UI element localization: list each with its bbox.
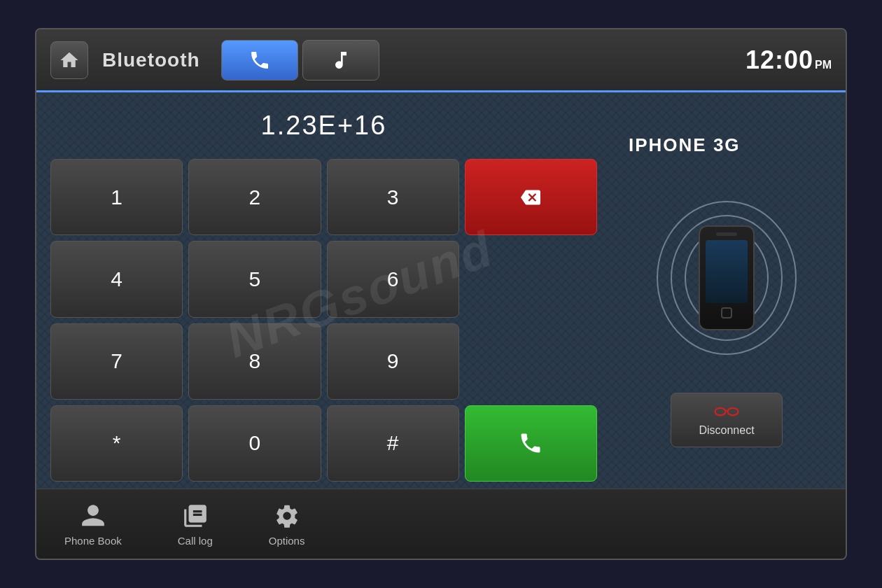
home-icon: [59, 50, 80, 71]
key-4[interactable]: 4: [50, 241, 183, 317]
calllog-icon-container: [181, 501, 210, 531]
key-6[interactable]: 6: [327, 241, 459, 317]
page-title: Bluetooth: [102, 49, 200, 71]
key-9[interactable]: 9: [327, 323, 459, 400]
key-call[interactable]: [465, 405, 597, 482]
svg-point-0: [715, 407, 726, 415]
key-empty: [465, 241, 597, 317]
options-icon: [274, 503, 300, 529]
bottom-item-phonebook[interactable]: Phone Book: [64, 501, 122, 547]
key-backspace[interactable]: [465, 159, 597, 235]
call-icon: [518, 430, 543, 456]
main-screen: NRGsound Bluetooth 12:00 PM: [35, 28, 847, 560]
keypad-grid: 1 2 3 4 5 6 7 8 9 * 0: [50, 159, 597, 482]
backspace-icon: [518, 188, 543, 207]
device-area: IPHONE 3G: [608, 92, 846, 489]
options-icon-container: [272, 501, 302, 531]
key-empty2: [465, 323, 597, 400]
disconnect-button[interactable]: Disconnect: [671, 393, 783, 447]
disconnect-label: Disconnect: [699, 424, 754, 437]
calllog-icon: [182, 503, 209, 529]
key-1[interactable]: 1: [50, 159, 183, 235]
home-button[interactable]: [50, 41, 88, 79]
main-content: 1.23E+16 1 2 3 4 5 6 7 8 9: [36, 92, 846, 489]
time-display: 12:00 PM: [746, 46, 832, 75]
phone-speaker: [716, 232, 737, 236]
time-ampm: PM: [815, 59, 832, 71]
phone-screen: [706, 240, 748, 303]
device-name: IPHONE 3G: [629, 134, 741, 156]
key-0[interactable]: 0: [188, 405, 321, 482]
phonebook-icon-container: [78, 501, 108, 531]
svg-point-1: [728, 407, 738, 415]
dialpad-area: 1.23E+16 1 2 3 4 5 6 7 8 9: [36, 92, 608, 489]
disconnect-icon: [714, 403, 739, 420]
tab-music[interactable]: [302, 40, 379, 80]
key-8[interactable]: 8: [188, 323, 321, 400]
bottom-item-calllog[interactable]: Call log: [178, 501, 213, 547]
music-tab-icon: [330, 49, 352, 71]
key-3[interactable]: 3: [327, 159, 459, 235]
bottom-bar: Phone Book Call log Options: [36, 489, 846, 559]
key-star[interactable]: *: [50, 405, 183, 482]
options-label: Options: [269, 535, 305, 547]
phone-visual: [699, 225, 755, 330]
key-hash[interactable]: #: [327, 405, 459, 482]
key-7[interactable]: 7: [50, 323, 183, 400]
number-display: 1.23E+16: [50, 105, 597, 146]
phone-body: [699, 225, 755, 330]
phonebook-label: Phone Book: [64, 535, 122, 547]
tab-call[interactable]: [221, 40, 298, 80]
tab-group: [221, 40, 379, 80]
bottom-item-options[interactable]: Options: [269, 501, 305, 547]
phone-tab-icon: [248, 49, 271, 71]
key-2[interactable]: 2: [188, 159, 321, 235]
calllog-label: Call log: [178, 535, 213, 547]
key-5[interactable]: 5: [188, 241, 321, 317]
phonebook-icon: [80, 503, 106, 529]
phone-home-button: [721, 307, 732, 318]
header: Bluetooth 12:00 PM: [36, 29, 846, 92]
time-text: 12:00: [746, 46, 813, 75]
